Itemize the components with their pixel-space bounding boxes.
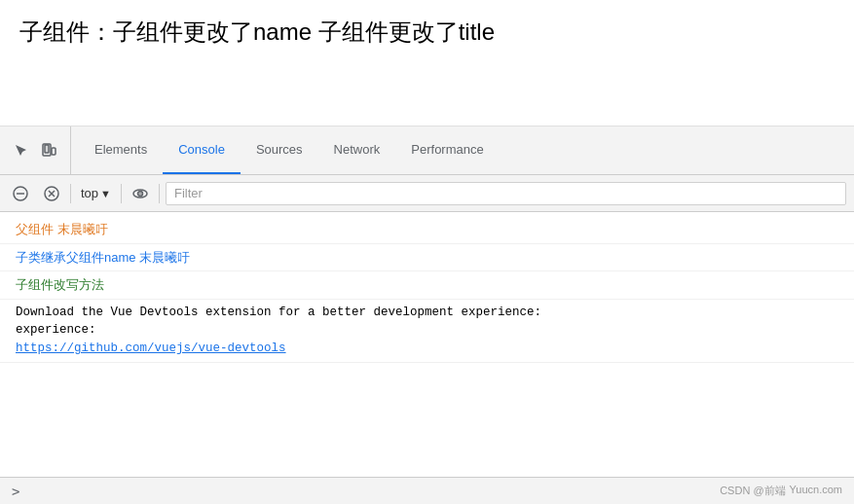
tab-performance[interactable]: Performance [395, 126, 499, 174]
eye-icon[interactable] [128, 181, 153, 206]
bottom-bar: > CSDN @前端 Yuucn.com [0, 477, 854, 504]
vue-devtools-link[interactable]: https://github.com/vuejs/vue-devtools [16, 342, 286, 355]
device-icon[interactable] [35, 137, 62, 164]
console-line-text: 子组件改写方法 [16, 277, 104, 292]
devtools-tabs: Elements Console Sources Network Perform… [79, 126, 500, 174]
context-selector[interactable]: top ▼ [77, 184, 115, 202]
svg-rect-1 [45, 145, 49, 153]
console-toolbar: top ▼ [0, 175, 854, 212]
svg-point-9 [137, 191, 142, 196]
toolbar-divider-3 [159, 184, 160, 203]
devtools-panel: Elements Console Sources Network Perform… [0, 126, 854, 504]
toolbar-divider [70, 184, 71, 203]
console-line: 子组件改写方法 [0, 271, 854, 300]
console-output: 父组件 末晨曦吁 子类继承父组件name 末晨曦吁 子组件改写方法 Downlo… [0, 212, 854, 477]
watermark-csdn: CSDN @前端 [720, 484, 785, 498]
toolbar-divider-2 [121, 184, 122, 203]
console-prompt[interactable]: > [12, 484, 19, 499]
page-content: 子组件：子组件更改了name 子组件更改了title [0, 0, 854, 126]
svg-rect-2 [52, 148, 56, 155]
console-line-text: experience: [16, 323, 96, 337]
clear-console-icon[interactable] [8, 181, 33, 206]
inspect-icon[interactable] [8, 137, 35, 164]
page-title: 子组件：子组件更改了name 子组件更改了title [19, 16, 835, 49]
console-line-text: 子类继承父组件name 末晨曦吁 [16, 250, 190, 265]
tab-network[interactable]: Network [318, 126, 396, 174]
devtools-icon-group [8, 126, 71, 174]
watermark-yuucn: Yuucn.com [790, 484, 842, 498]
tab-bar: Elements Console Sources Network Perform… [0, 126, 854, 175]
filter-input[interactable] [166, 182, 846, 205]
console-line: 子类继承父组件name 末晨曦吁 [0, 244, 854, 272]
tab-console[interactable]: Console [163, 126, 241, 174]
tab-sources[interactable]: Sources [241, 126, 318, 174]
console-line-text: Download the Vue Devtools extension for … [16, 306, 541, 319]
stop-icon[interactable] [39, 181, 64, 206]
console-line: 父组件 末晨曦吁 [0, 216, 854, 244]
console-line-devtools-msg: Download the Vue Devtools extension for … [0, 300, 854, 363]
tab-elements[interactable]: Elements [79, 126, 163, 174]
console-line-text: 父组件 末晨曦吁 [16, 222, 108, 236]
watermark: CSDN @前端 Yuucn.com [720, 484, 842, 498]
